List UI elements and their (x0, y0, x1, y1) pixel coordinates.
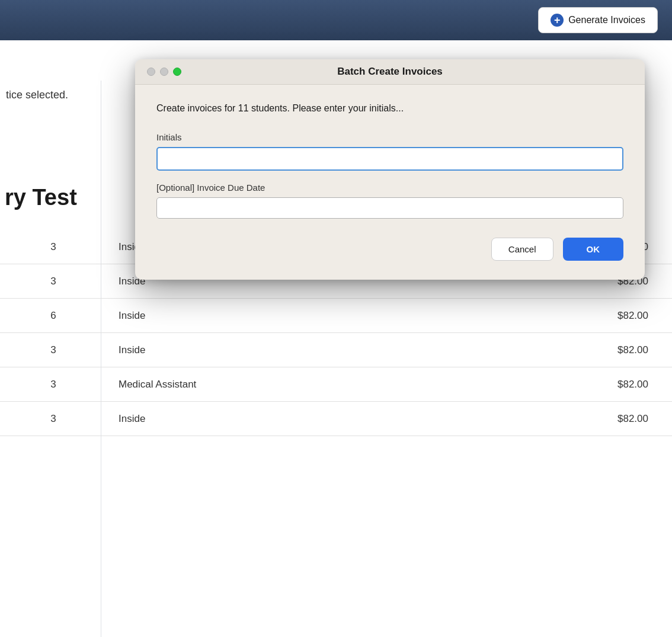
table-cell-price: $82.00 (565, 379, 672, 390)
table-cell-num: 6 (0, 310, 107, 322)
due-date-label: [Optional] Invoice Due Date (156, 183, 623, 193)
generate-invoices-label: Generate Invoices (568, 15, 645, 25)
status-text: tice selected. (0, 89, 68, 101)
table-cell-name: Inside (107, 344, 565, 356)
table-row: 3 Inside $82.00 (0, 402, 672, 436)
due-date-input[interactable] (156, 197, 623, 219)
modal-title: Batch Create Invoices (337, 66, 443, 78)
traffic-lights (147, 68, 181, 76)
ok-button[interactable]: OK (563, 238, 624, 261)
table-cell-price: $82.00 (565, 344, 672, 356)
table-row: 3 Medical Assistant $82.00 (0, 367, 672, 402)
initials-input[interactable] (156, 147, 623, 171)
modal-description: Create invoices for 11 students. Please … (156, 101, 623, 116)
close-button[interactable] (147, 68, 155, 76)
initials-label: Initials (156, 132, 623, 142)
top-bar: + Generate Invoices (0, 0, 672, 40)
maximize-button[interactable] (173, 68, 181, 76)
table-cell-name: Medical Assistant (107, 379, 565, 390)
modal-titlebar: Batch Create Invoices (135, 59, 645, 85)
generate-invoices-button[interactable]: + Generate Invoices (538, 7, 658, 33)
table-cell-name: Inside (107, 413, 565, 425)
table-row: 3 Inside $82.00 (0, 333, 672, 367)
table-cell-num: 3 (0, 241, 107, 253)
modal-footer: Cancel OK (156, 235, 623, 261)
table-cell-num: 3 (0, 344, 107, 356)
plus-icon: + (551, 14, 564, 27)
table-row: 6 Inside $82.00 (0, 299, 672, 333)
modal-dialog: Batch Create Invoices Create invoices fo… (135, 59, 645, 280)
table-cell-num: 3 (0, 276, 107, 287)
table-cell-price: $82.00 (565, 310, 672, 322)
table-cell-name: Inside (107, 310, 565, 322)
cancel-button[interactable]: Cancel (491, 238, 553, 261)
minimize-button[interactable] (160, 68, 168, 76)
table-cell-num: 3 (0, 379, 107, 390)
page-title: ry Test (0, 185, 77, 210)
table-cell-num: 3 (0, 413, 107, 425)
modal-body: Create invoices for 11 students. Please … (135, 85, 645, 280)
table-cell-price: $82.00 (565, 413, 672, 425)
